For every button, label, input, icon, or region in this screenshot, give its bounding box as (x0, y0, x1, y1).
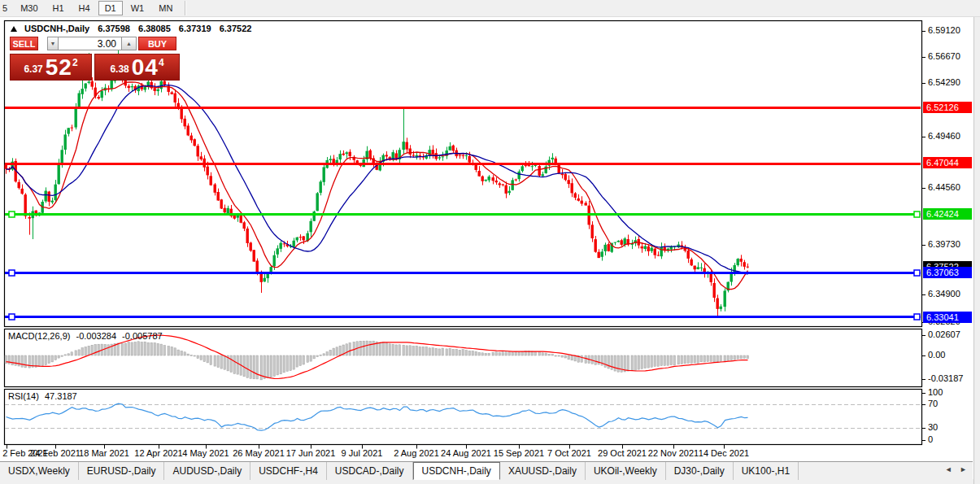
price-level-chip: 6.52126 (923, 102, 972, 113)
sell-price-box[interactable]: 6.37 52 2 (10, 54, 92, 81)
tab-audusd-daily[interactable]: AUDUSD-,Daily (164, 462, 250, 480)
ohlc-high: 6.38085 (138, 24, 171, 33)
tabs-scroll-right-icon[interactable]: ► (960, 465, 967, 473)
rsi-axis-tick: 0 (928, 434, 933, 444)
tab-usdchf-h4[interactable]: USDCHF-,H4 (250, 462, 327, 480)
tab-usdx-weekly[interactable]: USDX,Weekly (0, 462, 79, 480)
rsi-name: RSI(14) (8, 391, 39, 401)
price-axis-tick: 6.44560 (928, 182, 960, 192)
rsi-axis-tick: 30 (928, 422, 938, 432)
price-level-chip: 6.47044 (923, 157, 972, 168)
macd-value-main: -0.003284 (76, 331, 116, 341)
one-click-trading-panel: SELL ▼ ▲ BUY 6.37 52 2 6.38 04 4 (10, 37, 180, 81)
timeframe-button-mn[interactable]: MN (152, 1, 179, 15)
line-drag-handle[interactable] (914, 211, 920, 217)
sell-price-sup: 2 (72, 57, 78, 68)
line-drag-handle[interactable] (914, 270, 920, 276)
timeframe-button-w1[interactable]: W1 (124, 1, 151, 15)
line-drag-handle[interactable] (9, 211, 15, 217)
buy-price-big: 04 (132, 57, 159, 78)
rsi-indicator-label: RSI(14) 47.3187 (8, 391, 77, 401)
price-axis-tick: 6.39730 (928, 239, 960, 249)
macd-indicator-label: MACD(12,26,9) -0.003284 -0.005787 (8, 331, 163, 341)
timeframe-toolbar: 5M30H1H4D1W1MN (0, 0, 980, 17)
sell-price-prefix: 6.37 (24, 63, 42, 75)
tabs-scroll-left-icon[interactable]: ◄ (945, 465, 952, 473)
tab-dj30-daily[interactable]: DJ30-,Daily (666, 462, 734, 480)
price-level-chip: 6.33041 (923, 312, 972, 323)
sell-price-big: 52 (46, 57, 72, 78)
buy-price-prefix: 6.38 (110, 63, 128, 75)
tab-usdcnh-daily[interactable]: USDCNH-,Daily (413, 462, 500, 480)
timeframe-button-m30[interactable]: M30 (14, 1, 44, 15)
volume-decrease-button[interactable]: ▼ (47, 37, 59, 50)
axis-tick-marks (7, 32, 926, 449)
price-axis-tick: 6.34900 (928, 289, 960, 299)
toolbar-separator (185, 1, 185, 15)
timeframe-button-h4[interactable]: H4 (72, 1, 97, 15)
rsi-line (7, 403, 748, 430)
rsi-axis-tick: 100 (928, 387, 943, 397)
date-axis-label: 14 Dec 2021 (687, 448, 760, 458)
ohlc-open: 6.37598 (98, 24, 130, 33)
price-axis-tick: 6.49460 (928, 131, 960, 141)
buy-price-sup: 4 (159, 57, 164, 68)
ohlc-close: 6.37522 (220, 24, 252, 33)
ohlc-low: 6.37319 (179, 24, 211, 33)
line-drag-handle[interactable] (914, 314, 920, 320)
chart-symbol-period: USDCNH-,Daily (24, 24, 89, 33)
timeframe-button-5[interactable]: 5 (1, 1, 12, 15)
collapse-panel-icon[interactable] (11, 26, 17, 32)
rsi-pane-border (5, 390, 922, 445)
macd-axis-tick: 0.00 (928, 350, 945, 360)
chart-title: USDCNH-,Daily 6.37598 6.38085 6.37319 6.… (11, 24, 251, 33)
tab-uk100-h1[interactable]: UK100-,H1 (734, 462, 799, 480)
price-level-chip: 6.37063 (923, 267, 972, 278)
ma-slow-line (7, 85, 748, 275)
trading-platform-window: 5M30H1H4D1W1MN USDCNH-,Daily 6.37598 6.3… (0, 0, 980, 484)
symbol-tab-bar: USDX,WeeklyEURUSD-,DailyAUDUSD-,DailyUSD… (0, 461, 973, 480)
tab-ukoil-weekly[interactable]: UKOil-,Weekly (586, 462, 666, 480)
rsi-value: 47.3187 (45, 391, 77, 401)
ma-fast-line (7, 82, 748, 290)
volume-increase-button[interactable]: ▲ (121, 37, 137, 50)
price-axis-tick: 6.54290 (928, 77, 960, 87)
tab-xauusd-daily[interactable]: XAUUSD-,Daily (500, 462, 586, 480)
macd-axis-tick: -0.03187 (928, 373, 963, 383)
tab-scroll-arrows: ◄ ► (939, 465, 967, 473)
line-drag-handle[interactable] (9, 314, 15, 320)
tab-eurusd-daily[interactable]: EURUSD-,Daily (79, 462, 165, 480)
buy-button[interactable]: BUY (138, 37, 176, 50)
timeframe-button-h1[interactable]: H1 (46, 1, 71, 15)
macd-axis-tick: 0.02607 (928, 329, 960, 339)
rsi-axis-tick: 70 (928, 399, 938, 408)
timeframe-button-d1[interactable]: D1 (98, 1, 123, 15)
macd-value-signal: -0.005787 (122, 331, 163, 341)
volume-input[interactable] (58, 37, 122, 50)
macd-name: MACD(12,26,9) (8, 331, 70, 341)
window-right-edge (973, 0, 980, 484)
line-drag-handle[interactable] (9, 270, 15, 276)
macd-histogram-series (5, 341, 748, 380)
price-level-chip: 6.42424 (923, 208, 972, 220)
tab-usdcad-daily[interactable]: USDCAD-,Daily (327, 462, 413, 480)
price-axis-tick: 6.59120 (928, 25, 960, 35)
sell-button[interactable]: SELL (10, 37, 38, 50)
buy-price-box[interactable]: 6.38 04 4 (94, 54, 180, 81)
price-axis-tick: 6.56670 (928, 51, 960, 61)
